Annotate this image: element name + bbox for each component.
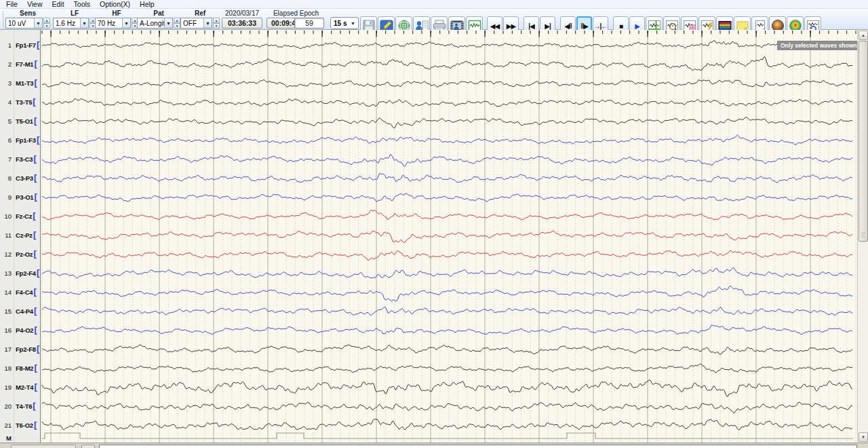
record-time-group: 2020/03/17 03:36:33 bbox=[221, 9, 263, 30]
pattern-select[interactable]: A-Longit ▼ bbox=[137, 18, 173, 29]
dropdown-arrow-icon[interactable]: ▼ bbox=[203, 18, 212, 28]
channel-row-Cz-Pz[interactable]: 11Cz-Pz[ bbox=[0, 230, 40, 240]
dropdown-arrow-icon[interactable]: ▼ bbox=[122, 18, 130, 28]
channel-row-T6-O2[interactable]: 21T6-O2[ bbox=[0, 420, 40, 430]
channel-row-F7-M1[interactable]: 2F7-M1[ bbox=[0, 59, 40, 69]
marker-trace[interactable] bbox=[42, 433, 853, 438]
menu-file[interactable]: File bbox=[1, 0, 22, 8]
channel-row-Pz-Oz[interactable]: 12Pz-Oz[ bbox=[0, 249, 40, 259]
channel-row-C3-P3[interactable]: 8C3-P3[ bbox=[0, 173, 40, 183]
marker-channel-label: M bbox=[0, 434, 12, 442]
record-time-field[interactable]: 03:36:33 bbox=[222, 18, 262, 29]
wave-canvas[interactable] bbox=[41, 30, 857, 443]
channel-trace-Fp1-F7[interactable] bbox=[42, 41, 852, 49]
channel-row-C4-P4[interactable]: 15C4-P4[ bbox=[0, 306, 40, 316]
channel-trace-F7-M1[interactable] bbox=[42, 56, 852, 70]
channel-trace-C4-P4[interactable] bbox=[42, 307, 852, 315]
dropdown-arrow-icon[interactable]: ▼ bbox=[80, 18, 88, 28]
channel-row-M2-T4[interactable]: 19M2-T4[ bbox=[0, 382, 40, 392]
hf-label: HF bbox=[95, 10, 138, 17]
calibration-bracket: [ bbox=[33, 250, 36, 257]
bottom-control-box[interactable] bbox=[11, 445, 76, 448]
channel-trace-T5-O1[interactable] bbox=[42, 117, 852, 128]
hf-select[interactable]: 70 Hz ▼ bbox=[95, 18, 131, 29]
channel-row-T4-T6[interactable]: 20T4-T6[ bbox=[0, 401, 40, 411]
ref-stepper[interactable]: ▲▼ bbox=[213, 18, 220, 29]
channel-label: T5-O1 bbox=[16, 117, 33, 125]
channel-row-P4-O2[interactable]: 16P4-O2[ bbox=[0, 325, 40, 335]
channel-row-F3-C3[interactable]: 7F3-C3[ bbox=[0, 154, 40, 164]
pattern-stepper[interactable]: ▲▼ bbox=[174, 18, 180, 29]
channel-row-Fp2-F8[interactable]: 17Fp2-F8[ bbox=[0, 344, 40, 354]
channel-trace-F4-C4[interactable] bbox=[42, 286, 852, 301]
bottom-small-button[interactable] bbox=[81, 445, 95, 448]
epoch-field[interactable]: 59 bbox=[294, 18, 324, 29]
marker-channel-row[interactable]: M bbox=[0, 433, 40, 443]
channel-label: C4-P4 bbox=[16, 307, 33, 315]
channel-row-Fz-Cz[interactable]: 10Fz-Cz[ bbox=[0, 211, 40, 221]
channel-row-F8-M2[interactable]: 18F8-M2[ bbox=[0, 363, 40, 373]
channel-row-Fp1-F7[interactable]: 1Fp1-F7[ bbox=[0, 40, 40, 50]
channel-trace-T6-O2[interactable] bbox=[42, 419, 852, 431]
channel-trace-Pz-Oz[interactable] bbox=[42, 250, 852, 260]
channel-row-Fp1-F3[interactable]: 6Fp1-F3[ bbox=[0, 135, 40, 145]
epoch-label: Epoch bbox=[293, 10, 326, 17]
channel-row-F4-C4[interactable]: 14F4-C4[ bbox=[0, 287, 40, 297]
channel-trace-Fz-Cz[interactable] bbox=[42, 210, 852, 220]
ref-select[interactable]: OFF ▼ bbox=[180, 18, 212, 29]
channel-label: Fp2-F4 bbox=[16, 269, 36, 277]
calibration-bracket: [ bbox=[33, 403, 35, 409]
calibration-bracket: [ bbox=[34, 307, 37, 314]
channel-trace-Fp2-F4[interactable] bbox=[42, 267, 852, 278]
menu-edit[interactable]: Edit bbox=[47, 0, 69, 8]
record-date: 2020/03/17 bbox=[221, 10, 263, 17]
channel-number: 14 bbox=[0, 288, 12, 296]
channel-trace-P4-O2[interactable] bbox=[42, 325, 852, 335]
channel-row-M1-T3[interactable]: 3M1-T3[ bbox=[0, 78, 40, 88]
calibration-bracket: [ bbox=[33, 231, 36, 238]
ref-value: OFF bbox=[181, 20, 203, 27]
channel-row-T5-O1[interactable]: 5T5-O1[ bbox=[0, 116, 40, 126]
calibration-bracket: [ bbox=[34, 422, 37, 428]
channel-row-P3-O1[interactable]: 9P3-O1[ bbox=[0, 192, 40, 202]
scrollbar-thumb[interactable] bbox=[859, 41, 868, 242]
menu-view[interactable]: View bbox=[22, 0, 47, 8]
channel-trace-Fp2-F8[interactable] bbox=[42, 345, 852, 354]
menu-bar: File View Edit Tools Option(X) Help bbox=[0, 0, 868, 9]
vertical-scrollbar[interactable]: ▲ ▼ bbox=[857, 30, 868, 443]
scroll-down-button[interactable]: ▼ bbox=[859, 432, 868, 442]
dropdown-arrow-icon[interactable]: ▼ bbox=[164, 18, 172, 28]
channel-trace-Cz-Pz[interactable] bbox=[42, 231, 852, 243]
lf-select[interactable]: 1.6 Hz ▼ bbox=[53, 18, 89, 29]
menu-option[interactable]: Option(X) bbox=[95, 0, 135, 8]
channel-trace-T3-T5[interactable] bbox=[42, 98, 852, 106]
scrollbar-grip bbox=[861, 233, 865, 238]
channel-trace-C3-P3[interactable] bbox=[42, 174, 852, 183]
calibration-bracket: [ bbox=[34, 60, 37, 67]
channel-trace-P3-O1[interactable] bbox=[42, 193, 852, 202]
pattern-group: Pat A-Longit ▼ ▲▼ bbox=[137, 9, 180, 30]
pattern-label: Pat bbox=[137, 10, 180, 17]
calibration-bracket: [ bbox=[37, 136, 39, 143]
channel-trace-Fp1-F3[interactable] bbox=[42, 135, 852, 145]
menu-help[interactable]: Help bbox=[135, 0, 159, 8]
channel-trace-F3-C3[interactable] bbox=[42, 154, 852, 166]
channel-trace-F8-M2[interactable] bbox=[42, 364, 852, 373]
channel-trace-M1-T3[interactable] bbox=[42, 80, 852, 88]
channel-row-T3-T5[interactable]: 4T3-T5[ bbox=[0, 97, 40, 107]
menu-tools[interactable]: Tools bbox=[69, 0, 96, 8]
channel-label: Fp1-F3 bbox=[16, 136, 36, 144]
channel-label: M1-T3 bbox=[16, 79, 33, 87]
channel-trace-T4-T6[interactable] bbox=[42, 402, 852, 413]
sens-stepper[interactable]: ▲▼ bbox=[43, 18, 50, 29]
calibration-bracket: [ bbox=[37, 269, 39, 276]
channel-trace-M2-T4[interactable] bbox=[42, 380, 852, 396]
channel-row-Fp2-F4[interactable]: 13Fp2-F4[ bbox=[0, 268, 40, 278]
bottom-comment-field[interactable] bbox=[99, 445, 857, 448]
dropdown-arrow-icon[interactable]: ▼ bbox=[34, 18, 42, 28]
scroll-up-button[interactable]: ▲ bbox=[859, 31, 868, 40]
calibration-bracket: [ bbox=[37, 41, 39, 48]
sens-select[interactable]: 10 uV ▼ bbox=[5, 18, 43, 29]
dropdown-arrow-icon[interactable]: ▼ bbox=[351, 21, 358, 26]
timebase-select[interactable]: 15 s ▼ bbox=[330, 17, 359, 29]
